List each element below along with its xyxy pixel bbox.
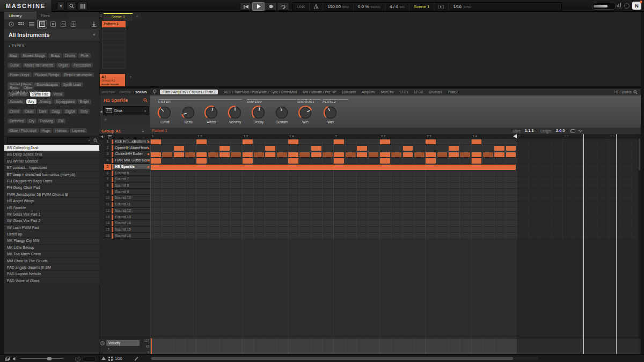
- note-event[interactable]: [403, 152, 413, 157]
- projects-icon[interactable]: [6, 20, 16, 28]
- list-item-listen-up[interactable]: Listen up: [4, 231, 99, 238]
- import-user-icon[interactable]: [89, 20, 98, 28]
- sound-row-sound-12[interactable]: 12Sound 12: [104, 208, 150, 215]
- swing-field[interactable]: 0.0 %SWING: [354, 3, 385, 11]
- splitter-handle[interactable]: ≡: [100, 13, 103, 18]
- note-event[interactable]: [196, 152, 207, 157]
- pattern-slot-empty[interactable]: [102, 45, 126, 51]
- add-control-lane-button[interactable]: +: [107, 346, 110, 351]
- list-item-fh-gong-choir-pad[interactable]: FH Gong Choir Pad: [4, 184, 99, 191]
- knob-sustain-5[interactable]: Sustain: [273, 105, 291, 124]
- tag-digital[interactable]: Digital: [63, 109, 77, 114]
- sound-name[interactable]: Sound 12: [113, 208, 150, 214]
- groups-icon[interactable]: [17, 20, 26, 28]
- note-event[interactable]: [254, 152, 264, 157]
- note-event[interactable]: [380, 158, 390, 163]
- note-event[interactable]: [162, 152, 172, 157]
- note-event[interactable]: [449, 146, 459, 151]
- note-event[interactable]: [334, 152, 344, 157]
- knob-reso-1[interactable]: Reso: [179, 105, 197, 124]
- sound-row-sound-10[interactable]: 10Sound 10: [104, 195, 150, 202]
- tab-sound[interactable]: SOUND: [135, 91, 147, 94]
- pattern-slot-empty[interactable]: [102, 57, 126, 63]
- pattern-slot-empty[interactable]: [102, 51, 126, 57]
- quantize-sync-field[interactable]: 1/16SYNC: [449, 3, 475, 11]
- knob-adder-2[interactable]: Adder: [202, 105, 221, 124]
- list-item-bs-deep-space-diva[interactable]: BS Deep Space Diva: [4, 151, 99, 158]
- param-page-chorus1[interactable]: Chorus1: [429, 90, 442, 94]
- note-event[interactable]: [323, 152, 333, 157]
- characters-section-header[interactable]: ▾ CHARACTERS: [9, 90, 39, 94]
- note-event[interactable]: [265, 146, 275, 151]
- horizontal-scrollbar-track[interactable]: [150, 357, 538, 360]
- tag-chord[interactable]: Chord: [8, 109, 21, 114]
- sound-row-sound-7[interactable]: 7Sound 7: [104, 176, 150, 183]
- sound-name[interactable]: Sound 7: [113, 176, 150, 182]
- sound-name[interactable]: Sound 13: [113, 215, 150, 220]
- sound-name[interactable]: OpenHH AtomHeart: [113, 145, 150, 151]
- pattern-slot-empty[interactable]: [102, 39, 126, 45]
- group-tile[interactable]: A1 Group A1: [100, 74, 125, 86]
- tag-plucked-strings[interactable]: Plucked Strings: [33, 72, 61, 77]
- param-page-vco-tunemod-pulswidth-sync-crossmod[interactable]: VCO / TuneMod / PulsWidth / Sync / Cross…: [224, 90, 297, 94]
- tag-huge[interactable]: Huge: [40, 128, 53, 133]
- sound-row-kick-fro-ebottom-1[interactable]: 1Kick Fro...eBottom 1: [104, 139, 150, 145]
- list-item-syn-singrevers-iii-sm[interactable]: SYN singrevers III SM: [4, 284, 99, 285]
- note-event[interactable]: [506, 146, 516, 151]
- note-event[interactable]: [472, 152, 482, 157]
- metronome-toggle[interactable]: [310, 3, 323, 11]
- tag-basic[interactable]: Basic: [8, 85, 20, 90]
- note-event[interactable]: [472, 158, 482, 163]
- note-event[interactable]: [288, 139, 298, 144]
- volume-slider-track[interactable]: [20, 358, 63, 359]
- note-event[interactable]: [494, 152, 504, 157]
- tag-bass[interactable]: Bass: [8, 53, 19, 58]
- sound-row-sound-8[interactable]: 8Sound 8: [104, 183, 150, 189]
- note-event[interactable]: [334, 139, 344, 144]
- add-group-button[interactable]: +: [127, 74, 134, 81]
- list-item-hs-sparkle[interactable]: HS Sparkle: [4, 205, 99, 211]
- note-event[interactable]: [403, 146, 413, 151]
- param-page-mix-vibrato-pre-hp[interactable]: Mix / Vibrato / Pre HP: [303, 90, 336, 94]
- loop-button[interactable]: [277, 2, 289, 11]
- pattern-slot-empty[interactable]: [102, 33, 126, 39]
- scene-display[interactable]: Scene 1: [409, 3, 434, 11]
- knob-cutoff-0[interactable]: Cutoff: [156, 105, 174, 124]
- tag-guitar[interactable]: Guitar: [8, 63, 21, 68]
- sound-row-hs-sparkle[interactable]: 5HS Sparkle: [104, 164, 150, 171]
- show-keyboard-icon[interactable]: [101, 357, 106, 360]
- note-event[interactable]: [380, 152, 390, 157]
- list-item-mk-flangy-cry-mw[interactable]: MK Flangy Cry MW: [4, 238, 99, 244]
- note-event[interactable]: [288, 152, 298, 157]
- sound-name[interactable]: ClosedHH Baller: [113, 151, 150, 157]
- sound-name-label[interactable]: HS Sparkle: [104, 98, 128, 103]
- sound-name[interactable]: Kick Fro...eBottom 1: [113, 139, 150, 145]
- note-event[interactable]: [243, 152, 253, 157]
- list-item-iw-glass-vox-pad-1[interactable]: IW Glass Vox Pad 1: [4, 211, 99, 218]
- sound-row-sound-16[interactable]: 16Sound 16: [104, 233, 150, 240]
- note-event[interactable]: [369, 152, 379, 157]
- list-item-mk-little-swoop[interactable]: MK Little Swoop: [4, 245, 99, 251]
- pattern-slot-empty[interactable]: [102, 27, 126, 33]
- volume-slider-handle[interactable]: [47, 357, 52, 360]
- param-page-lfo1[interactable]: LFO1: [400, 90, 408, 94]
- play-button[interactable]: [252, 2, 265, 11]
- quick-browse-icon[interactable]: [143, 98, 148, 102]
- note-event[interactable]: [231, 152, 241, 157]
- note-event[interactable]: [185, 152, 195, 157]
- sound-row-fmr-mm-glass-bells[interactable]: 4FMR MM Glass Bells: [104, 158, 150, 164]
- note-event[interactable]: [357, 146, 367, 151]
- note-event[interactable]: [311, 152, 321, 157]
- param-page-lowpass[interactable]: Lowpass: [342, 90, 356, 94]
- param-page-lfo2[interactable]: LFO2: [414, 90, 423, 94]
- tag-acoustic[interactable]: Acoustic: [8, 99, 25, 104]
- note-event[interactable]: [494, 146, 504, 151]
- mixer-view-button[interactable]: [78, 2, 87, 10]
- tag-other[interactable]: Other: [21, 85, 34, 90]
- note-event[interactable]: [483, 152, 493, 157]
- note-event[interactable]: [506, 152, 516, 157]
- effects-icon[interactable]: [48, 20, 57, 28]
- loops-icon[interactable]: [58, 20, 68, 28]
- sound-name[interactable]: Sound 14: [113, 220, 150, 226]
- list-item-bt-deep-n-drenched-harmonics-mw-pb[interactable]: BT deep n drenched harmonics (mw+pb): [4, 172, 99, 178]
